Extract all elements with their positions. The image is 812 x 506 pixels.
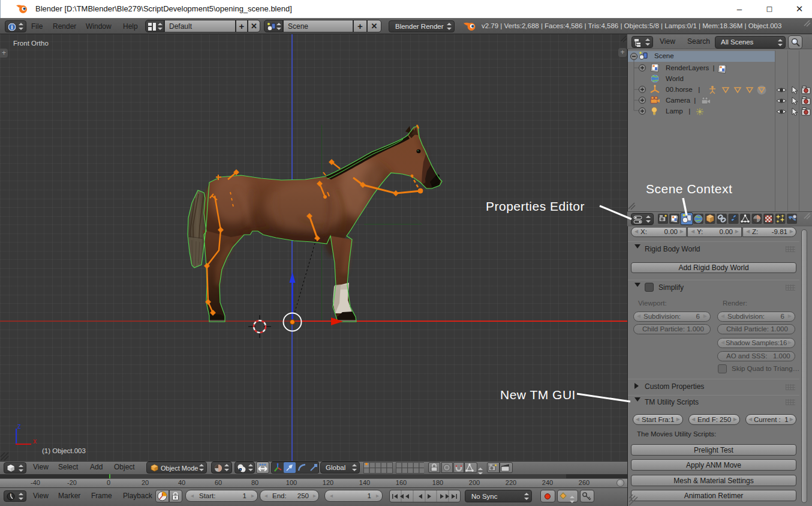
- svg-text:i: i: [11, 24, 13, 31]
